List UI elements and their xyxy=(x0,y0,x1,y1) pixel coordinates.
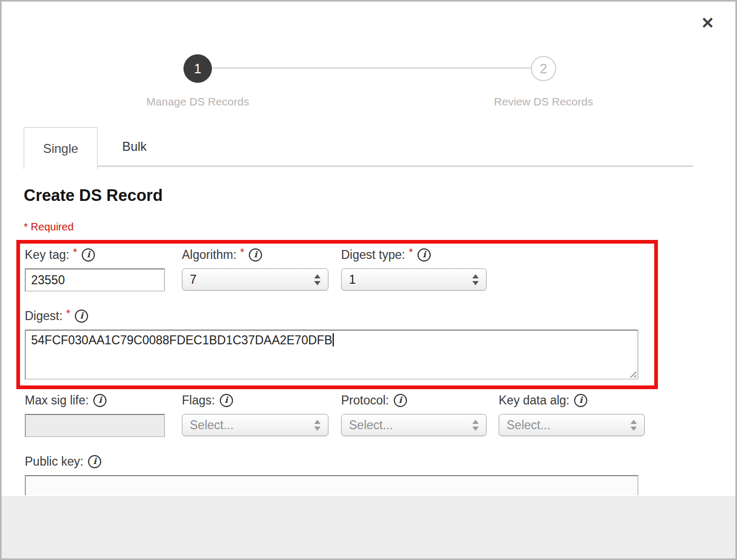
field-flags: Flags: i Select... xyxy=(182,392,328,436)
algorithm-label: Algorithm: xyxy=(182,248,237,262)
selected-value: 1 xyxy=(342,273,472,287)
resize-handle-icon[interactable] xyxy=(628,370,636,378)
stepper-label-manage: Manage DS Records xyxy=(147,95,249,108)
updown-arrows-icon xyxy=(631,420,637,431)
field-label-row: Flags: i xyxy=(182,392,328,409)
field-key-data-alg: Key data alg: i Select... xyxy=(499,392,645,436)
required-marker: * xyxy=(240,246,245,258)
key-data-alg-label: Key data alg: xyxy=(499,393,569,408)
key-tag-label: Key tag: xyxy=(25,248,69,262)
field-key-tag: Key tag: * i xyxy=(25,246,165,292)
tab-single[interactable]: Single xyxy=(24,127,98,169)
flags-select[interactable]: Select... xyxy=(182,414,328,436)
field-protocol: Protocol: i Select... xyxy=(341,392,487,436)
info-icon[interactable]: i xyxy=(88,455,101,468)
stepper-step-2: 2 xyxy=(531,56,556,81)
stepper-label-review: Review DS Records xyxy=(494,95,593,108)
field-label-row: Key tag: * i xyxy=(25,246,165,263)
updown-arrows-icon xyxy=(314,274,321,285)
info-icon[interactable]: i xyxy=(93,394,106,407)
max-sig-life-input[interactable] xyxy=(25,414,165,437)
info-icon[interactable]: i xyxy=(394,394,407,407)
digest-label: Digest: xyxy=(25,309,63,323)
updown-arrows-icon xyxy=(314,420,321,431)
field-label-row: Max sig life: i xyxy=(25,392,165,409)
field-max-sig-life: Max sig life: i xyxy=(25,392,165,437)
info-icon[interactable]: i xyxy=(82,248,95,262)
stepper-step-1: 1 xyxy=(183,54,212,83)
field-digest: Digest: * i 54FCF030AA1C79C0088FDEC1BD1C… xyxy=(25,307,638,380)
selected-value: Select... xyxy=(499,418,631,432)
max-sig-life-label: Max sig life: xyxy=(25,393,89,408)
field-label-row: Algorithm: * i xyxy=(182,246,328,263)
required-marker: * xyxy=(409,246,413,258)
field-label-row: Protocol: i xyxy=(341,392,487,409)
dialog-footer: Cancel Back Next xyxy=(2,496,735,558)
selected-value: 7 xyxy=(182,273,314,287)
required-note: * Required xyxy=(24,221,74,233)
required-marker: * xyxy=(66,307,71,320)
required-marker: * xyxy=(73,246,77,258)
algorithm-select[interactable]: 7 xyxy=(182,268,328,291)
digest-type-label: Digest type: xyxy=(341,248,405,262)
field-algorithm: Algorithm: * i 7 xyxy=(182,246,328,291)
field-digest-type: Digest type: * i 1 xyxy=(341,246,487,291)
info-icon[interactable]: i xyxy=(574,394,587,407)
field-label-row: Digest: * i xyxy=(25,307,638,324)
protocol-label: Protocol: xyxy=(341,393,389,408)
create-ds-record-dialog: ✕ 1 2 Manage DS Records Review DS Record… xyxy=(0,0,737,560)
step-number: 2 xyxy=(540,61,547,76)
info-icon[interactable]: i xyxy=(220,394,233,407)
digest-value: 54FCF030AA1C79C0088FDEC1BD1C37DAA2E70DFB xyxy=(31,333,332,347)
selected-value: Select... xyxy=(342,418,472,432)
text-caret xyxy=(333,333,334,346)
key-tag-input[interactable] xyxy=(25,268,165,292)
page-title: Create DS Record xyxy=(24,186,163,205)
info-icon[interactable]: i xyxy=(249,248,262,262)
selected-value: Select... xyxy=(182,418,314,432)
field-label-row: Public key: i xyxy=(25,453,638,470)
step-number: 1 xyxy=(194,61,201,76)
flags-label: Flags: xyxy=(182,393,215,408)
field-label-row: Key data alg: i xyxy=(499,392,645,409)
public-key-textarea[interactable] xyxy=(25,475,638,495)
public-key-label: Public key: xyxy=(25,455,83,469)
digest-type-select[interactable]: 1 xyxy=(341,268,487,291)
info-icon[interactable]: i xyxy=(418,248,431,262)
info-icon[interactable]: i xyxy=(75,310,88,323)
tab-bulk[interactable]: Bulk xyxy=(98,127,171,166)
field-public-key: Public key: i xyxy=(25,453,638,495)
close-icon[interactable]: ✕ xyxy=(701,15,714,31)
stepper-connector xyxy=(210,67,532,69)
digest-textarea[interactable]: 54FCF030AA1C79C0088FDEC1BD1C37DAA2E70DFB xyxy=(25,330,638,380)
updown-arrows-icon xyxy=(472,420,479,431)
updown-arrows-icon xyxy=(472,274,479,285)
field-label-row: Digest type: * i xyxy=(341,246,487,263)
protocol-select[interactable]: Select... xyxy=(341,414,487,436)
key-data-alg-select[interactable]: Select... xyxy=(499,414,645,436)
